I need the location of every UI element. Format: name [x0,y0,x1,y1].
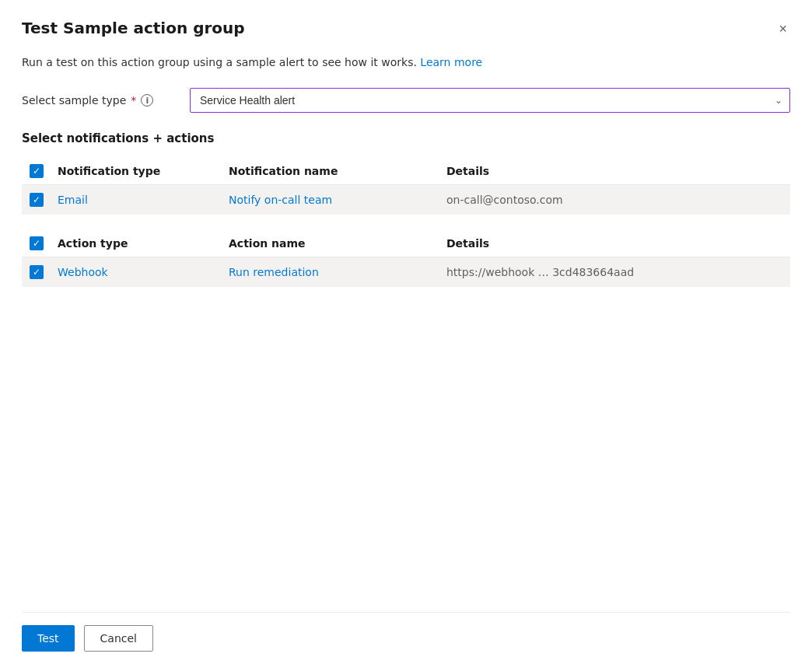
required-indicator: * [131,94,136,107]
check-icon: ✓ [33,166,40,176]
cancel-button[interactable]: Cancel [84,625,153,652]
action-header-checkbox-cell: ✓ [30,236,58,250]
close-button[interactable]: × [775,19,790,39]
action-table: ✓ Action type Action name Details ✓ Webh… [22,230,790,287]
sample-type-row: Select sample type * i Service Health al… [22,88,790,113]
learn-more-link[interactable]: Learn more [420,56,482,68]
action-row-type[interactable]: Webhook [58,266,229,278]
content-spacer [22,302,790,612]
notification-table: ✓ Notification type Notification name De… [22,158,790,215]
sample-type-label: Select sample type * i [22,94,177,107]
dialog-header: Test Sample action group × [22,19,790,39]
action-row-details: https://webhook … 3cd483664aad [446,266,782,278]
action-header-checkbox[interactable]: ✓ [30,236,44,250]
check-icon: ✓ [33,195,40,204]
dialog-footer: Test Cancel [22,612,790,664]
check-icon: ✓ [33,239,40,248]
action-table-header: ✓ Action type Action name Details [22,230,790,257]
description-text: Run a test on this action group using a … [22,54,790,71]
notifications-section: Select notifications + actions ✓ Notific… [22,131,790,287]
action-col-name: Action name [229,237,446,250]
action-table-row: ✓ Webhook Run remediation https://webhoo… [22,257,790,287]
action-col-details: Details [446,237,782,250]
sample-type-select[interactable]: Service Health alert Metric alert Log al… [190,88,790,113]
notif-header-checkbox-cell: ✓ [30,164,58,178]
dialog: Test Sample action group × Run a test on… [0,0,812,664]
action-row-name: Run remediation [229,266,446,278]
notification-table-row: ✓ Email Notify on-call team on-call@cont… [22,185,790,215]
dialog-title: Test Sample action group [22,19,245,37]
info-icon[interactable]: i [141,94,153,107]
check-icon: ✓ [33,267,40,277]
action-row-checkbox[interactable]: ✓ [30,265,44,279]
notif-row-details: on-call@contoso.com [446,194,782,206]
action-col-type: Action type [58,237,229,250]
notif-col-name: Notification name [229,165,446,177]
description-body: Run a test on this action group using a … [22,56,417,68]
notif-row-name: Notify on-call team [229,194,446,206]
section-title: Select notifications + actions [22,131,790,145]
notif-row-type[interactable]: Email [58,194,229,206]
notif-row-checkbox-cell: ✓ [30,193,58,207]
notification-header-checkbox[interactable]: ✓ [30,164,44,178]
sample-type-select-wrapper: Service Health alert Metric alert Log al… [190,88,790,113]
notification-row-checkbox[interactable]: ✓ [30,193,44,207]
notif-col-type: Notification type [58,165,229,177]
notification-table-header: ✓ Notification type Notification name De… [22,158,790,185]
test-button[interactable]: Test [22,625,75,652]
table-spacer [22,215,790,230]
notif-col-details: Details [446,165,782,177]
action-row-checkbox-cell: ✓ [30,265,58,279]
